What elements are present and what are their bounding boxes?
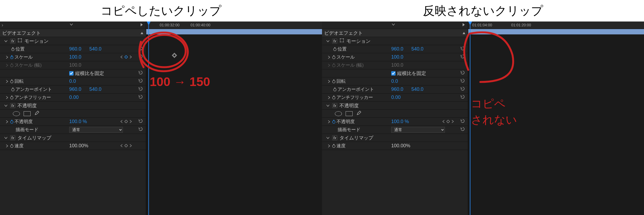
opacity-value[interactable]: 100.0 % bbox=[391, 119, 409, 124]
clip-bar[interactable] bbox=[146, 29, 322, 34]
opacity-value[interactable]: 100.0 % bbox=[69, 119, 87, 124]
chevron-down-icon[interactable] bbox=[326, 136, 330, 140]
stopwatch-icon[interactable] bbox=[332, 87, 338, 92]
chevron-down-icon[interactable] bbox=[4, 136, 8, 140]
stopwatch-active-icon[interactable] bbox=[331, 120, 336, 124]
reset-icon[interactable] bbox=[138, 95, 144, 100]
prev-keyframe-icon[interactable] bbox=[120, 119, 123, 124]
antiflicker-value[interactable]: 0.00 bbox=[69, 95, 79, 100]
stopwatch-icon[interactable] bbox=[331, 55, 336, 59]
add-keyframe-icon[interactable] bbox=[125, 119, 128, 124]
stopwatch-active-icon[interactable] bbox=[9, 120, 14, 124]
reset-icon[interactable] bbox=[138, 87, 144, 92]
next-keyframe-icon[interactable] bbox=[129, 119, 132, 124]
pen-mask-icon[interactable] bbox=[356, 110, 362, 117]
reset-icon[interactable] bbox=[138, 78, 144, 84]
position-x-value[interactable]: 960.0 bbox=[69, 46, 81, 52]
stopwatch-icon[interactable] bbox=[9, 95, 14, 100]
stopwatch-active-icon[interactable] bbox=[9, 55, 14, 59]
lock-aspect-checkbox[interactable] bbox=[391, 71, 396, 76]
add-keyframe-icon[interactable] bbox=[447, 119, 450, 124]
add-keyframe-icon[interactable] bbox=[125, 143, 128, 149]
prev-keyframe-icon[interactable] bbox=[120, 143, 123, 149]
time-ruler[interactable]: 01:01:04:00 01:01:20:00 bbox=[468, 22, 644, 29]
collapse-icon[interactable] bbox=[140, 31, 144, 35]
prev-keyframe-icon[interactable] bbox=[120, 54, 123, 60]
scale-value[interactable]: 100.0 bbox=[69, 54, 81, 60]
chevron-down-icon[interactable] bbox=[391, 22, 396, 28]
chevron-right-icon[interactable] bbox=[327, 95, 331, 100]
stopwatch-icon[interactable] bbox=[331, 95, 336, 100]
stopwatch-icon[interactable] bbox=[10, 47, 16, 51]
ellipse-mask-icon[interactable] bbox=[13, 111, 20, 116]
chevron-right-icon[interactable] bbox=[5, 55, 9, 59]
reset-icon[interactable] bbox=[460, 54, 466, 60]
reset-icon[interactable] bbox=[460, 46, 466, 52]
ellipse-mask-icon[interactable] bbox=[335, 111, 342, 116]
fx-badge-icon[interactable]: fx bbox=[10, 135, 15, 140]
play-forward-icon[interactable] bbox=[462, 23, 466, 28]
fx-badge-icon[interactable]: fx bbox=[332, 135, 337, 140]
reset-icon[interactable] bbox=[460, 127, 466, 132]
timeline-left[interactable]: 01:00:32:00 01:00:40:00 bbox=[146, 22, 322, 215]
stopwatch-icon[interactable] bbox=[9, 144, 14, 148]
stopwatch-icon[interactable] bbox=[331, 79, 336, 84]
play-forward-icon[interactable] bbox=[140, 23, 144, 28]
reset-icon[interactable] bbox=[138, 46, 144, 52]
reset-icon[interactable] bbox=[460, 95, 466, 100]
add-keyframe-icon[interactable] bbox=[125, 54, 128, 60]
reset-icon[interactable] bbox=[138, 119, 144, 124]
rotation-value[interactable]: 0.0 bbox=[391, 78, 398, 84]
chevron-down-icon[interactable] bbox=[69, 22, 74, 28]
chevron-right-icon[interactable] bbox=[5, 79, 9, 84]
position-x-value[interactable]: 960.0 bbox=[391, 46, 403, 52]
stopwatch-icon[interactable] bbox=[332, 47, 338, 51]
position-y-value[interactable]: 540.0 bbox=[411, 46, 423, 52]
blend-mode-select[interactable]: 通常 bbox=[391, 127, 445, 133]
playhead-line[interactable] bbox=[470, 22, 470, 215]
reset-icon[interactable] bbox=[460, 78, 466, 84]
group-time-remap[interactable]: fx タイムリマップ bbox=[0, 134, 146, 142]
blend-mode-select[interactable]: 通常 bbox=[69, 127, 123, 133]
group-motion[interactable]: fx モーション bbox=[322, 37, 468, 45]
fx-badge-icon[interactable]: fx bbox=[332, 103, 337, 108]
anchor-x-value[interactable]: 960.0 bbox=[391, 87, 403, 92]
antiflicker-value[interactable]: 0.00 bbox=[391, 95, 401, 100]
rect-mask-icon[interactable] bbox=[346, 111, 353, 116]
pen-mask-icon[interactable] bbox=[34, 110, 40, 117]
fx-badge-icon[interactable]: fx bbox=[10, 103, 15, 108]
anchor-y-value[interactable]: 540.0 bbox=[89, 87, 101, 92]
reset-icon[interactable] bbox=[138, 127, 144, 132]
reset-icon[interactable] bbox=[460, 87, 466, 92]
group-opacity[interactable]: fx 不透明度 bbox=[0, 102, 146, 110]
reset-icon[interactable] bbox=[138, 54, 144, 60]
group-opacity[interactable]: fx 不透明度 bbox=[322, 102, 468, 110]
next-keyframe-icon[interactable] bbox=[451, 119, 454, 124]
collapse-icon[interactable] bbox=[462, 31, 466, 35]
reset-icon[interactable] bbox=[460, 70, 466, 76]
stopwatch-icon[interactable] bbox=[9, 79, 14, 84]
stopwatch-icon[interactable] bbox=[10, 87, 16, 92]
reset-icon[interactable] bbox=[460, 119, 466, 124]
timeline-right[interactable]: 01:01:04:00 01:01:20:00 bbox=[468, 22, 644, 215]
chevron-right-icon[interactable] bbox=[5, 120, 9, 124]
chevron-right-icon[interactable] bbox=[5, 144, 9, 148]
reset-icon[interactable] bbox=[138, 70, 144, 76]
time-ruler[interactable]: 01:00:32:00 01:00:40:00 bbox=[146, 22, 322, 29]
next-keyframe-icon[interactable] bbox=[129, 54, 132, 60]
group-motion[interactable]: fx モーション bbox=[0, 37, 146, 45]
chevron-down-icon[interactable] bbox=[4, 39, 8, 43]
chevron-right-icon[interactable] bbox=[5, 95, 9, 100]
transform-box-icon[interactable] bbox=[339, 38, 344, 44]
anchor-y-value[interactable]: 540.0 bbox=[411, 87, 423, 92]
stopwatch-icon[interactable] bbox=[331, 144, 336, 148]
scale-keyframe-diamond[interactable] bbox=[172, 53, 177, 58]
lock-aspect-checkbox[interactable] bbox=[69, 71, 74, 76]
chevron-down-icon[interactable] bbox=[326, 39, 330, 43]
rect-mask-icon[interactable] bbox=[24, 111, 31, 116]
chevron-right-icon[interactable] bbox=[327, 55, 331, 59]
next-keyframe-icon[interactable] bbox=[129, 143, 132, 149]
transform-box-icon[interactable] bbox=[17, 38, 22, 44]
chevron-down-icon[interactable] bbox=[4, 103, 8, 108]
playhead-line[interactable] bbox=[148, 22, 149, 215]
